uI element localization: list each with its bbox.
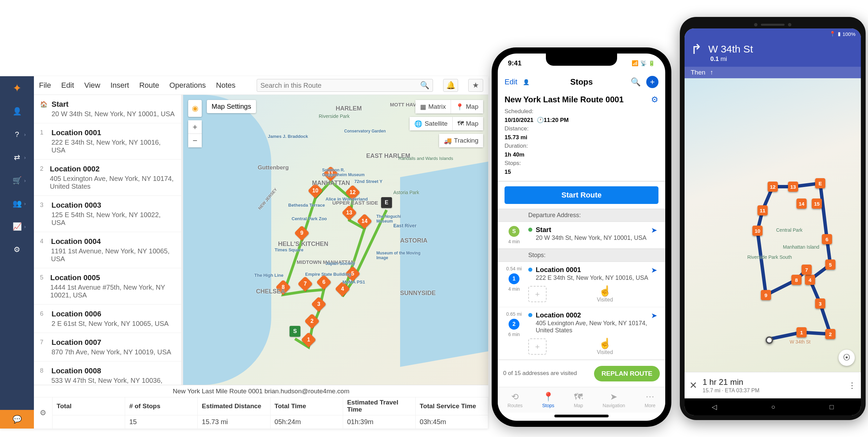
android-marker[interactable]: 1 xyxy=(796,327,807,337)
footer-gear-icon[interactable]: ⚙ xyxy=(34,397,53,429)
zoom-in-button[interactable]: + xyxy=(188,120,202,134)
arrow-up-icon: ↑ xyxy=(710,69,713,76)
tab-more[interactable]: ⋯More xyxy=(645,392,655,408)
menu-operations[interactable]: Operations xyxy=(169,81,206,90)
nav-analytics-icon[interactable]: 📈 xyxy=(7,218,27,235)
android-marker[interactable]: 13 xyxy=(788,182,798,192)
map2-button[interactable]: 🗺Map xyxy=(453,117,483,130)
ios-stop-item[interactable]: 0.65 mi 2 6 min Location 0002 405 Lexing… xyxy=(498,307,665,360)
android-marker[interactable]: 7 xyxy=(802,265,812,275)
map-marker[interactable]: 3 xyxy=(313,299,324,312)
map-button[interactable]: 📍Map xyxy=(451,100,483,113)
android-marker[interactable]: 10 xyxy=(752,226,763,236)
map-marker[interactable]: 9 xyxy=(296,228,307,241)
nav-home-icon[interactable]: ○ xyxy=(771,403,775,411)
map-settings-button[interactable]: Map Settings xyxy=(207,100,256,113)
replan-button[interactable]: REPLAN ROUTE xyxy=(594,366,660,381)
edit-button[interactable]: Edit xyxy=(505,78,517,86)
map-marker[interactable]: 6 xyxy=(318,277,329,290)
nav-add-user-icon[interactable]: 👤 xyxy=(7,103,27,120)
android-marker[interactable]: E xyxy=(815,178,825,188)
search-input[interactable] xyxy=(260,82,420,89)
menu-view[interactable]: View xyxy=(84,81,100,90)
stop-address: 1444 1st Avenue #75th, New York, NY 1002… xyxy=(50,284,175,299)
map-marker[interactable]: 2 xyxy=(307,316,317,329)
person-icon[interactable]: 👤 xyxy=(523,79,530,85)
star-icon[interactable]: ★ xyxy=(468,79,483,92)
stop-item[interactable]: 4 Location 0004 1191 1st Avenue, New Yor… xyxy=(34,232,181,268)
stop-item[interactable]: 1 Location 0001 222 E 34th St, New York,… xyxy=(34,123,181,160)
ios-stop-item[interactable]: S 4 min Start 20 W 34th St, New York, NY… xyxy=(498,222,665,249)
pegman-icon[interactable]: ◉ xyxy=(188,100,202,117)
more-icon[interactable]: ⋮ xyxy=(848,381,856,390)
add-button[interactable]: + xyxy=(646,76,658,88)
stop-item[interactable]: 3 Location 0003 125 E 54th St, New York,… xyxy=(34,196,181,232)
navigate-icon[interactable]: ➤ xyxy=(651,311,657,320)
street-name: W 34th St xyxy=(708,43,753,55)
matrix-button[interactable]: ▦Matrix xyxy=(415,100,451,113)
map-marker[interactable]: 1 xyxy=(303,334,314,347)
tracking-button[interactable]: 🚚Tracking xyxy=(439,134,483,147)
navigate-icon[interactable]: ➤ xyxy=(651,266,657,275)
stop-item[interactable]: 6 Location 0006 2 E 61st St, New York, N… xyxy=(34,305,181,333)
route-gear-icon[interactable]: ⚙ xyxy=(651,95,658,104)
android-marker[interactable]: 12 xyxy=(768,182,778,192)
locate-me-button[interactable]: ⦿ xyxy=(839,350,855,366)
nav-routes-icon[interactable]: ⇄ xyxy=(7,149,27,166)
android-marker[interactable]: 11 xyxy=(757,205,768,215)
map-marker[interactable]: 4 xyxy=(337,284,348,296)
android-marker[interactable]: 14 xyxy=(796,199,807,209)
menu-route[interactable]: Route xyxy=(139,81,159,90)
android-marker[interactable]: 5 xyxy=(825,259,835,270)
menu-file[interactable]: File xyxy=(39,81,51,90)
map-marker[interactable]: 13 xyxy=(344,207,355,220)
nav-cart-icon[interactable]: 🛒 xyxy=(7,172,27,189)
satellite-button[interactable]: 🌐Satellite xyxy=(410,117,453,130)
nav-recents-icon[interactable]: □ xyxy=(830,403,834,411)
close-icon[interactable]: ✕ xyxy=(689,380,697,391)
android-marker[interactable]: 15 xyxy=(812,199,822,209)
add-photo-button[interactable]: ＋ xyxy=(528,338,547,355)
start-route-button[interactable]: Start Route xyxy=(505,186,658,204)
stop-item[interactable]: 2 Location 0002 405 Lexington Ave, New Y… xyxy=(34,160,181,196)
android-marker[interactable]: 3 xyxy=(815,298,825,309)
menu-notes[interactable]: Notes xyxy=(216,81,235,90)
ios-content[interactable]: ⚙ New York Last Mile Route 0001 Schedule… xyxy=(498,91,665,360)
map-marker[interactable]: S xyxy=(290,326,300,339)
navigate-icon[interactable]: ➤ xyxy=(651,226,657,235)
android-marker[interactable]: 6 xyxy=(822,234,832,244)
android-marker[interactable]: 9 xyxy=(761,290,771,300)
nav-help-icon[interactable]: ? xyxy=(7,126,27,143)
stop-item[interactable]: 5 Location 0005 1444 1st Avenue #75th, N… xyxy=(34,268,181,305)
chat-button[interactable]: 💬 xyxy=(0,410,34,429)
map-marker[interactable]: 14 xyxy=(359,216,370,229)
map-marker[interactable]: 10 xyxy=(310,185,321,198)
nav-back-icon[interactable]: ◁ xyxy=(712,403,717,411)
stop-item[interactable]: 7 Location 0007 870 7th Ave, New York, N… xyxy=(34,333,181,361)
android-map[interactable]: 123456789101112131415E ⦿ Central Park Ma… xyxy=(685,78,861,372)
map-marker[interactable]: E xyxy=(381,197,392,210)
tab-stops[interactable]: 📍Stops xyxy=(542,392,554,408)
search-icon[interactable]: 🔍 xyxy=(631,77,641,87)
left-nav: ✦ 👤 ? ⇄ 🛒 👥 📈 ⚙ 💬 xyxy=(0,76,34,429)
map-area[interactable]: S1234567891011121314E HARLEM EAST HARLEM… xyxy=(183,95,488,385)
android-marker[interactable]: 4 xyxy=(805,275,815,285)
menu-insert[interactable]: Insert xyxy=(111,81,129,90)
menu-edit[interactable]: Edit xyxy=(61,81,74,90)
android-marker[interactable]: 8 xyxy=(791,275,802,285)
tab-routes[interactable]: ⟲Routes xyxy=(508,392,522,408)
zoom-out-button[interactable]: − xyxy=(188,134,202,147)
nav-team-icon[interactable]: 👥 xyxy=(7,195,27,212)
tab-map[interactable]: 🗺Map xyxy=(574,392,583,408)
stop-item[interactable]: 🏠 Start 20 W 34th St, New York, NY 10001… xyxy=(34,95,181,123)
nav-settings-user-icon[interactable]: ⚙ xyxy=(7,242,27,258)
tab-navigation[interactable]: ➤Navigation xyxy=(603,392,625,408)
ios-stop-item[interactable]: 0.54 mi 1 4 min Location 0001 222 E 34th… xyxy=(498,262,665,307)
search-icon[interactable]: 🔍 xyxy=(420,81,429,90)
stop-item[interactable]: 8 Location 0008 533 W 47th St, New York,… xyxy=(34,361,181,385)
stops-panel[interactable]: 🏠 Start 20 W 34th St, New York, NY 10001… xyxy=(34,95,183,385)
bell-icon[interactable]: 🔔 xyxy=(443,79,458,92)
map-marker[interactable]: 7 xyxy=(300,278,311,291)
android-marker[interactable]: 2 xyxy=(825,329,835,339)
add-photo-button[interactable]: ＋ xyxy=(528,286,547,302)
